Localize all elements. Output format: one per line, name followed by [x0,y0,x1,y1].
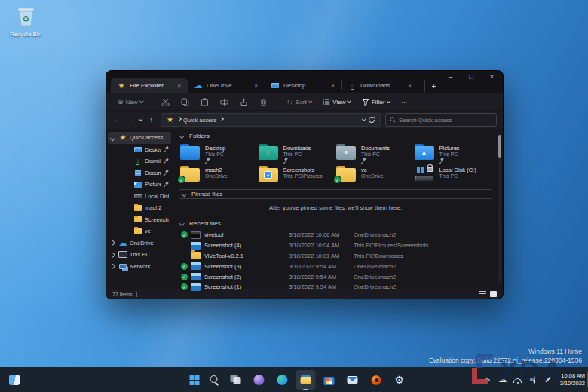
taskbar-clock[interactable]: 10:08 AM 3/10/2022 [560,372,585,387]
edge-button[interactable] [273,370,292,390]
copy-button[interactable] [176,96,194,109]
sidebar-item-onedrive[interactable]: OneDrive [108,237,171,250]
tab-close-icon[interactable]: × [407,82,412,89]
recent-file-row[interactable]: Screenshot (4) 3/10/2022 10:04 AM This P… [179,240,492,251]
pin-icon [164,146,169,152]
mail-button[interactable] [343,370,363,390]
pen-tray-icon[interactable] [544,375,553,384]
collapse-chevron-icon[interactable] [179,222,185,225]
tab-downloads[interactable]: Downloads × [341,78,418,93]
folder-tile-local-disk[interactable]: Local Disk (C:) This PC [415,165,493,183]
sidebar-item-label: Local Disk (C:) [145,193,169,200]
folder-tile-desktop[interactable]: Desktop This PC [180,143,259,161]
maximize-button[interactable]: □ [469,74,473,81]
tab-desktop[interactable]: Desktop × [265,78,341,93]
search-input[interactable] [399,117,492,124]
volume-tray-icon[interactable] [528,375,537,384]
scrollbar[interactable] [498,133,501,284]
office-button[interactable] [366,370,386,390]
sidebar-item-quick-access[interactable]: Quick access [108,132,171,144]
breadcrumb[interactable]: Quick access [183,117,217,124]
task-view-button[interactable] [226,370,246,390]
paste-button[interactable] [195,96,214,109]
recent-files-section-header[interactable]: Recent files [179,218,492,229]
toolbar-divider [277,97,277,107]
delete-button[interactable] [254,96,273,109]
tab-close-icon[interactable]: × [330,82,335,89]
new-tab-button[interactable]: + [424,80,436,92]
expand-chevron-icon[interactable] [109,265,116,268]
refresh-icon[interactable] [368,116,375,124]
titlebar[interactable]: – □ × File Explorer × OneDrive × [106,71,503,93]
wifi-tray-icon[interactable] [513,375,522,384]
cortana-button[interactable] [250,370,269,390]
sidebar-item-mach2[interactable]: mach2 [108,202,171,214]
widgets-button[interactable] [5,370,24,390]
share-button[interactable] [234,96,253,109]
up-button[interactable]: ↑ [147,117,156,124]
recent-file-row[interactable]: Screenshot (2) 3/10/2022 9:54 AM OneDriv… [179,271,492,282]
cut-button[interactable] [156,96,175,109]
expand-chevron-icon[interactable] [109,253,116,257]
folder-tile-pictures[interactable]: ▲ Pictures Th [415,143,493,161]
tab-close-icon[interactable]: × [176,82,182,89]
settings-button[interactable] [390,370,409,390]
tab-onedrive[interactable]: OneDrive × [188,78,265,93]
sidebar-item-local-disk[interactable]: Local Disk (C:) [108,191,171,203]
file-icon [191,273,201,280]
back-button[interactable]: ← [112,117,121,124]
sidebar-item-desktop[interactable]: Desktop [108,144,171,156]
sidebar-item-vc[interactable]: vc [108,225,171,237]
folder-tile-vc[interactable]: vc OneDrive [336,165,415,183]
more-options-button[interactable]: ··· [396,96,412,109]
recent-locations-button[interactable] [139,119,142,121]
sidebar-item-screenshots[interactable]: Screenshots [108,214,171,226]
file-date: 3/10/2022 10:06 AM [289,231,354,238]
folder-tile-mach2[interactable]: mach2 OneDrive [180,165,259,183]
folder-tile-screenshots[interactable]: ▲ Screenshots [259,165,337,183]
close-button[interactable]: × [490,74,494,81]
file-date: 3/10/2022 10:01 AM [289,253,354,259]
collapse-chevron-icon[interactable] [181,192,188,196]
onedrive-tray-icon[interactable] [498,375,507,384]
folder-icon: ≡ [336,146,356,160]
tray-expand-button[interactable] [483,375,492,384]
file-explorer-button[interactable] [296,370,316,390]
new-button[interactable]: ⊕ New [112,96,148,109]
recycle-bin-shortcut[interactable]: ♻ Recycle Bin [6,5,45,38]
search-button[interactable] [203,370,222,390]
recent-file-row[interactable]: ViVeTool-v0.2.1 3/10/2022 10:01 AM This … [179,251,492,262]
start-button[interactable] [179,370,199,390]
expand-chevron-icon[interactable] [109,241,116,245]
sidebar-item-pictures[interactable]: Pictures [108,179,171,191]
rename-button[interactable] [215,96,234,109]
recent-file-row[interactable]: Screenshot (3) 3/10/2022 9:54 AM OneDriv… [179,261,492,271]
sort-button[interactable]: ↑↓ Sort [281,96,317,109]
collapse-chevron-icon[interactable] [179,134,185,138]
address-bar[interactable]: Quick access [161,113,381,127]
folder-tile-documents[interactable]: ≡ Documents T [336,143,415,161]
file-icon [191,262,201,270]
sidebar-item-this-pc[interactable]: This PC [108,249,171,261]
sidebar-item-documents[interactable]: Documents [108,167,171,179]
tab-file-explorer[interactable]: File Explorer × [111,78,188,93]
recent-file-row[interactable]: vivetool 3/10/2022 10:06 AM OneDrive\mac… [179,230,492,240]
minimize-button[interactable]: – [449,74,452,81]
recent-file-row[interactable]: Screenshot (1) 3/10/2022 9:54 AM OneDriv… [179,282,492,292]
forward-button[interactable]: → [126,117,135,124]
address-dropdown-icon[interactable] [362,118,366,121]
search-icon [390,117,396,123]
scrollbar-thumb[interactable] [498,135,501,158]
pinned-files-section-header[interactable]: Pinned files [179,189,492,199]
file-name: Screenshot (4) [204,242,289,249]
folder-tile-downloads[interactable]: ↓ Downloads T [259,143,337,161]
sidebar-item-downloads[interactable]: Downloads [108,155,171,167]
filter-button[interactable]: Filter [357,96,395,109]
folders-section-header[interactable]: Folders [179,130,492,142]
sidebar-item-network[interactable]: Network [108,261,171,273]
tab-close-icon[interactable]: × [253,82,259,89]
expand-chevron-icon[interactable] [109,136,116,140]
store-button[interactable] [320,370,339,390]
search-box[interactable] [385,113,497,127]
view-button[interactable]: View [317,96,356,109]
